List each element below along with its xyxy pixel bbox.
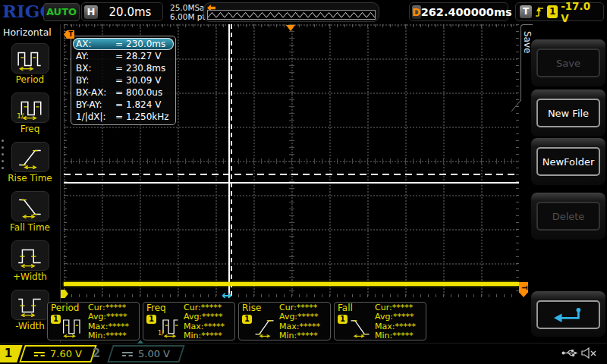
trigger-box[interactable]: T 1 -17.0 V [515,2,604,21]
cursor-row-by: BY:=30.09 V [73,74,174,86]
measure-panel-rise[interactable]: Rise 1 Cur:*****Avg:***** Max:*****Min:*… [238,302,331,340]
cursor-bx-line[interactable] [231,24,232,297]
svg-text:1/: 1/ [158,330,164,337]
horizontal-scale-value: 20.0ms [98,5,162,19]
sidebar-item-period[interactable]: Period [0,43,60,93]
sidebar-item-plus-width[interactable]: +Width [0,240,60,290]
delay-value: 262.400000ms [421,6,512,18]
horizontal-measure-sidebar: Horizontal Period 1/ F [0,24,61,343]
cursor-by-line[interactable] [64,182,519,184]
trigger-source-badge: 1 [547,5,558,18]
save-button[interactable]: Save [536,49,600,77]
horizontal-key-icon: H [84,5,98,19]
back-button[interactable] [536,300,600,329]
menu-slot: Save [531,39,605,86]
measure-panel-fall[interactable]: Fall 1 Cur:*****Avg:***** Max:*****Min:*… [334,302,426,340]
cursor-span-arrow-icon: ↔ [222,290,231,301]
sidebar-item-label: Rise Time [8,173,52,184]
channel2-scale: 5.00 V [138,348,170,359]
freq-wave-icon: 1/ [16,96,45,120]
rise-time-icon [253,313,277,339]
channel1-scale: 7.60 V [50,348,82,359]
channel1-trace [64,282,519,286]
horizontal-scale-box[interactable]: H 20.0ms [81,2,163,21]
cursor-ay-line[interactable] [64,174,519,175]
cursor-row-freq: 1/|dX|:=1.250kHz [73,111,174,123]
dc-coupling-icon [122,352,133,356]
sidebar-item-label: +Width [13,271,47,282]
sidebar-item-fall-time[interactable]: Fall Time [0,191,60,240]
new-folder-button[interactable]: NewFolder [536,147,600,176]
period-wave-icon [16,46,45,71]
period-wave-icon [61,313,86,339]
preview-waveform [208,13,375,18]
trigger-level-value: -17.0 V [561,0,599,24]
channel-selector-caret-icon [137,340,143,344]
waveform-preview[interactable] [203,2,379,22]
plus-width-icon [16,243,45,268]
sidebar-item-rise-time[interactable]: Rise Time [0,142,60,191]
usb-icon [561,348,578,358]
channel-badge: 1 [51,315,61,324]
delete-button[interactable]: Delete [536,202,600,231]
center-horizontal-axis [64,158,519,164]
freq-wave-icon: 1/ [157,313,181,339]
channel1-status[interactable]: 1 7.60 V [0,345,94,362]
cursor-row-bx-ax: BX-AX:=800.0us [73,86,174,99]
cursor-row-ay: AY:=28.27 V [73,50,174,62]
dc-coupling-icon [34,352,45,356]
channel-badge: 1 [242,315,252,324]
top-bar: RIGOL AUTO H 20.0ms 25.0MSa/s 6.00M pts … [0,0,607,24]
fall-time-icon [16,194,45,218]
channel-badge: 1 [338,315,348,324]
measurement-strip: Period 1 Cur:*****Avg:***** Max:*****Min… [47,302,426,340]
sidebar-item-label: Period [16,74,44,85]
sidebar-title: Horizontal [0,24,60,40]
menu-slot: New File [531,89,605,136]
measure-panel-freq[interactable]: Freq 1 1/ Cur:*****Avg:***** Max:*****Mi… [143,302,235,340]
cursor-row-bx: BX:=230.8ms [73,62,174,74]
cursor-ax-line[interactable] [228,24,230,297]
run-status-badge: AUTO [43,3,80,21]
sidebar-item-freq[interactable]: 1/ Freq [0,93,60,142]
waveform-display: AX:=230.0ms AY:=28.27 V BX:=230.8ms BY:=… [64,24,519,297]
menu-slot: NewFolder [531,138,605,185]
trigger-key-icon: T [520,5,532,18]
preview-strip [207,10,376,20]
sidebar-item-label: Freq [20,124,40,134]
menu-slot [531,291,605,337]
fall-time-icon [348,313,373,339]
cursor-row-ax: AX:=230.0ms [73,38,174,50]
sidebar-item-label: -Width [15,321,45,331]
measure-panel-period[interactable]: Period 1 Cur:*****Avg:***** Max:*****Min… [47,302,140,340]
delay-key-icon: D [412,5,421,19]
save-menu: Save Save New File NewFolder Delete [521,24,607,343]
sidebar-scroll-indicator [2,140,4,169]
trigger-position-marker-icon[interactable] [286,25,295,31]
menu-slot: Delete [531,193,605,240]
cursor-row-by-ay: BY-AY:=1.824 V [73,99,174,111]
speaker-muted-icon [581,347,597,359]
status-bar: 1 7.60 V 2 5.00 V [0,343,607,364]
channel-badge: 1 [146,315,156,324]
rise-time-icon [16,145,45,169]
rising-edge-icon [535,6,544,18]
minus-width-icon [16,293,45,317]
new-file-button[interactable]: New File [536,99,600,127]
delay-box[interactable]: D 262.400000ms [409,2,508,21]
channel2-status[interactable]: 2 5.00 V [85,345,182,362]
return-arrow-icon [552,306,584,325]
sidebar-item-label: Fall Time [10,222,50,233]
cursor-readout-box: AX:=230.0ms AY:=28.27 V BX:=230.8ms BY:=… [71,36,176,125]
